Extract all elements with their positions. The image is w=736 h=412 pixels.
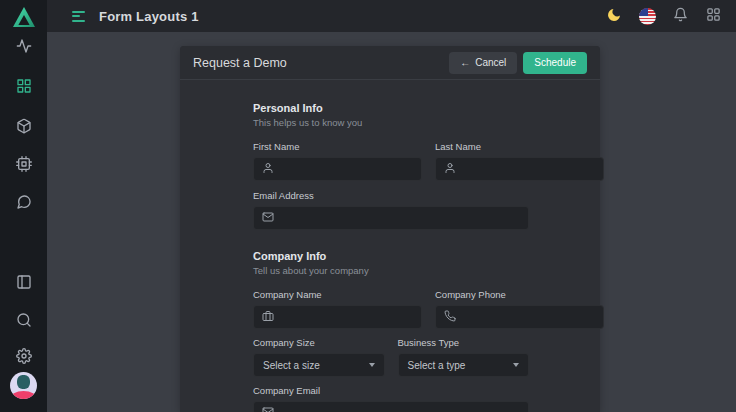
user-avatar[interactable] bbox=[0, 372, 47, 399]
first-name-field[interactable] bbox=[281, 164, 413, 175]
apps-menu-button[interactable] bbox=[704, 7, 722, 25]
personal-info-section: Personal Info This helps us to know you … bbox=[253, 102, 529, 230]
main-content: Request a Demo ← Cancel Schedule Persona… bbox=[47, 32, 736, 412]
briefcase-icon bbox=[262, 308, 274, 326]
first-name-input[interactable] bbox=[253, 157, 422, 181]
company-phone-input[interactable] bbox=[435, 305, 604, 329]
company-row-2: Company Size Select a size Business Type… bbox=[253, 337, 529, 377]
select-placeholder: Select a type bbox=[408, 360, 466, 371]
us-flag-icon bbox=[639, 8, 656, 25]
first-name-group: First Name bbox=[253, 141, 422, 181]
cancel-button[interactable]: ← Cancel bbox=[449, 52, 517, 74]
section-heading: Personal Info bbox=[253, 102, 529, 114]
sidebar-item-components[interactable] bbox=[0, 119, 47, 135]
sidebar-item-chat[interactable] bbox=[0, 195, 47, 211]
company-name-field[interactable] bbox=[281, 312, 413, 323]
sidebar-item-activity[interactable] bbox=[0, 39, 47, 55]
company-size-select[interactable]: Select a size bbox=[253, 353, 385, 377]
layout-panel-icon bbox=[16, 274, 32, 293]
request-demo-card: Request a Demo ← Cancel Schedule Persona… bbox=[180, 46, 600, 412]
company-email-input[interactable] bbox=[253, 401, 529, 412]
email-field[interactable] bbox=[281, 213, 520, 224]
card-actions: ← Cancel Schedule bbox=[449, 52, 587, 74]
company-name-group: Company Name bbox=[253, 289, 422, 329]
company-info-section: Company Info Tell us about your company … bbox=[253, 250, 529, 412]
app-logo[interactable] bbox=[0, 6, 47, 32]
company-phone-field[interactable] bbox=[463, 312, 595, 323]
sidebar-item-apps[interactable] bbox=[0, 79, 47, 95]
section-heading: Company Info bbox=[253, 250, 529, 262]
search-icon bbox=[16, 312, 32, 331]
company-email-field[interactable] bbox=[281, 408, 520, 412]
select-placeholder: Select a size bbox=[263, 360, 320, 371]
business-type-label: Business Type bbox=[398, 337, 530, 348]
sidebar bbox=[0, 0, 47, 412]
email-group: Email Address bbox=[253, 190, 529, 230]
company-size-label: Company Size bbox=[253, 337, 385, 348]
last-name-field[interactable] bbox=[463, 164, 595, 175]
top-header: Form Layouts 1 bbox=[47, 0, 736, 32]
apps-grid-icon bbox=[706, 7, 721, 25]
user-icon bbox=[444, 160, 456, 178]
last-name-group: Last Name bbox=[435, 141, 604, 181]
cpu-chip-icon bbox=[16, 156, 32, 175]
company-email-group: Company Email bbox=[253, 385, 529, 412]
gear-icon bbox=[16, 348, 32, 367]
card-body: Personal Info This helps us to know you … bbox=[180, 80, 600, 412]
first-name-label: First Name bbox=[253, 141, 422, 152]
dark-mode-toggle[interactable] bbox=[605, 7, 623, 25]
company-name-input[interactable] bbox=[253, 305, 422, 329]
bell-icon bbox=[673, 7, 688, 25]
sidebar-item-elements[interactable] bbox=[0, 157, 47, 173]
apps-grid-icon bbox=[16, 78, 32, 97]
header-actions bbox=[605, 7, 722, 25]
activity-icon bbox=[16, 38, 32, 57]
last-name-input[interactable] bbox=[435, 157, 604, 181]
mail-icon bbox=[262, 404, 274, 412]
back-arrow-icon: ← bbox=[460, 57, 470, 68]
company-row-1: Company Name Company Phone bbox=[253, 289, 529, 329]
company-name-label: Company Name bbox=[253, 289, 422, 300]
triangle-logo-icon bbox=[12, 6, 36, 32]
company-phone-label: Company Phone bbox=[435, 289, 604, 300]
section-subtitle: This helps us to know you bbox=[253, 117, 529, 128]
chat-bubble-icon bbox=[16, 194, 32, 213]
business-type-group: Business Type Select a type bbox=[398, 337, 530, 377]
app-root: Form Layouts 1 bbox=[0, 0, 736, 412]
company-size-group: Company Size Select a size bbox=[253, 337, 385, 377]
business-type-select[interactable]: Select a type bbox=[398, 353, 530, 377]
email-label: Email Address bbox=[253, 190, 529, 201]
user-icon bbox=[262, 160, 274, 178]
sidebar-item-layout[interactable] bbox=[0, 275, 47, 291]
sidebar-toggle-button[interactable] bbox=[72, 9, 88, 23]
name-row: First Name Last Name bbox=[253, 141, 529, 181]
sidebar-item-search[interactable] bbox=[0, 313, 47, 329]
phone-icon bbox=[444, 308, 456, 326]
card-header: Request a Demo ← Cancel Schedule bbox=[180, 46, 600, 80]
language-selector[interactable] bbox=[638, 7, 656, 25]
box-icon bbox=[16, 118, 32, 137]
page-title: Form Layouts 1 bbox=[99, 9, 199, 24]
chevron-down-icon bbox=[369, 363, 375, 367]
last-name-label: Last Name bbox=[435, 141, 604, 152]
card-title: Request a Demo bbox=[193, 56, 287, 70]
company-phone-group: Company Phone bbox=[435, 289, 604, 329]
email-input[interactable] bbox=[253, 206, 529, 230]
schedule-button[interactable]: Schedule bbox=[523, 52, 587, 74]
company-email-label: Company Email bbox=[253, 385, 529, 396]
cancel-button-label: Cancel bbox=[475, 57, 506, 68]
avatar-image bbox=[10, 372, 37, 399]
section-subtitle: Tell us about your company bbox=[253, 265, 529, 276]
moon-icon bbox=[606, 7, 622, 26]
hamburger-icon bbox=[72, 11, 85, 13]
sidebar-item-settings[interactable] bbox=[0, 349, 47, 365]
notifications-button[interactable] bbox=[671, 7, 689, 25]
chevron-down-icon bbox=[513, 363, 519, 367]
mail-icon bbox=[262, 209, 274, 227]
